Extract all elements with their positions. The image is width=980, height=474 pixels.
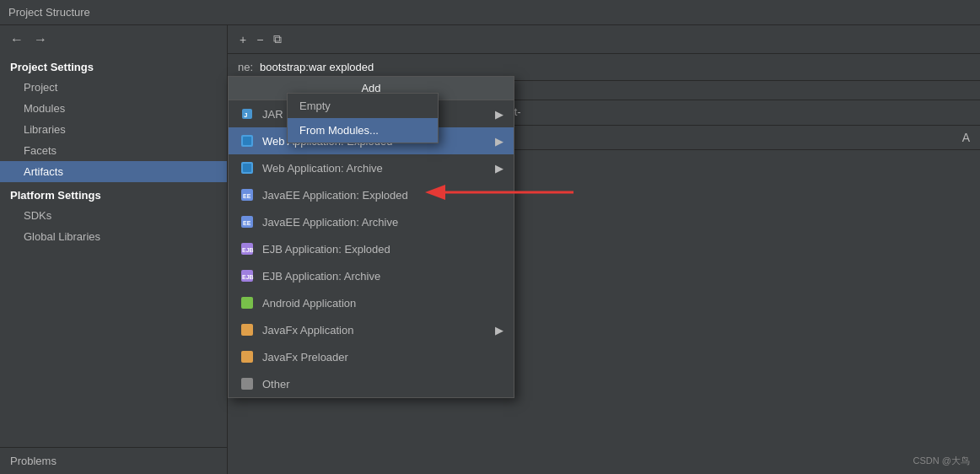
svg-text:J: J	[244, 111, 247, 119]
submenu-item-empty[interactable]: Empty	[288, 94, 438, 118]
javaee-exploded-icon: EE	[239, 186, 256, 203]
dropdown-item-javaee-archive-label: JavaEE Application: Archive	[262, 216, 398, 229]
javaee-archive-icon: EE	[239, 213, 256, 230]
svg-text:EJB: EJB	[242, 247, 254, 253]
dropdown-item-jar-label: JAR	[262, 108, 283, 121]
jar-submenu-arrow: ▶	[495, 108, 503, 121]
other-icon	[239, 375, 256, 392]
dropdown-item-javafx[interactable]: JavaFx Application ▶	[229, 316, 514, 343]
svg-rect-17	[241, 378, 253, 390]
svg-text:EJB: EJB	[242, 274, 254, 280]
dropdown-item-ejb-archive-label: EJB Application: Archive	[262, 270, 380, 283]
dropdown-item-other-label: Other	[262, 378, 290, 391]
ejb-exploded-icon: EJB	[239, 240, 256, 257]
javafx-submenu-arrow: ▶	[495, 324, 503, 337]
dropdown-item-web-archive[interactable]: Web Application: Archive ▶	[229, 154, 514, 181]
dropdown-overlay: Add J JAR ▶ Web Application: Exploded ▶	[0, 25, 980, 474]
dropdown-item-javafx-label: JavaFx Application	[262, 324, 353, 337]
svg-text:EE: EE	[243, 220, 251, 226]
web-archive-submenu-arrow: ▶	[495, 162, 503, 175]
android-icon	[239, 294, 256, 311]
submenu-item-from-modules[interactable]: From Modules...	[288, 118, 438, 143]
javafx-preloader-icon	[239, 348, 256, 365]
dropdown-item-javaee-archive[interactable]: EE JavaEE Application: Archive	[229, 208, 514, 235]
dropdown-item-android-label: Android Application	[262, 297, 356, 310]
title-bar: Project Structure	[0, 0, 980, 25]
dropdown-item-javaee-exploded[interactable]: EE JavaEE Application: Exploded	[229, 181, 514, 208]
dropdown-item-javafx-preloader[interactable]: JavaFx Preloader	[229, 343, 514, 370]
submenu-item-empty-label: Empty	[299, 100, 331, 112]
dropdown-item-javafx-preloader-label: JavaFx Preloader	[262, 351, 348, 364]
dropdown-item-ejb-exploded-label: EJB Application: Exploded	[262, 243, 390, 256]
ejb-archive-icon: EJB	[239, 267, 256, 284]
dropdown-item-javaee-exploded-label: JavaEE Application: Exploded	[262, 189, 408, 202]
javafx-icon	[239, 321, 256, 338]
svg-rect-15	[241, 324, 253, 336]
dropdown-item-web-archive-label: Web Application: Archive	[262, 162, 383, 175]
dropdown-item-ejb-archive[interactable]: EJB EJB Application: Archive	[229, 262, 514, 289]
svg-rect-3	[243, 137, 251, 145]
title-bar-text: Project Structure	[8, 6, 90, 19]
submenu: Empty From Modules...	[287, 93, 439, 143]
dropdown-item-android[interactable]: Android Application	[229, 289, 514, 316]
watermark: CSDN @大鸟	[913, 455, 970, 467]
svg-rect-5	[243, 164, 251, 172]
jar-icon: J	[239, 105, 256, 122]
dropdown-item-ejb-exploded[interactable]: EJB EJB Application: Exploded	[229, 235, 514, 262]
submenu-item-from-modules-label: From Modules...	[299, 124, 379, 137]
web-exploded-icon	[239, 132, 256, 149]
web-exploded-submenu-arrow: ▶	[495, 135, 503, 148]
dropdown-item-other[interactable]: Other	[229, 370, 514, 397]
web-archive-icon	[239, 159, 256, 176]
svg-rect-16	[241, 351, 253, 363]
svg-rect-14	[241, 297, 253, 309]
svg-text:EE: EE	[243, 193, 251, 199]
